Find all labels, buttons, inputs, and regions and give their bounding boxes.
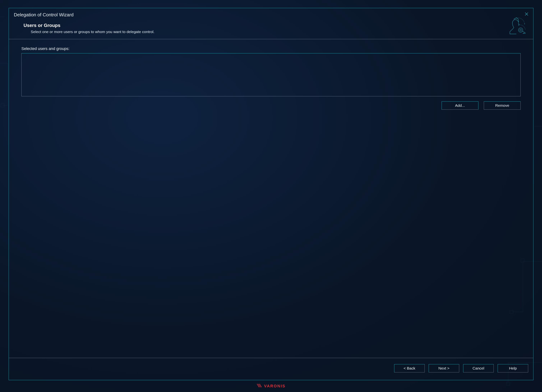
cancel-button[interactable]: Cancel xyxy=(463,364,494,372)
user-key-icon xyxy=(507,16,528,36)
list-action-row: Add... Remove xyxy=(21,101,521,110)
svg-point-6 xyxy=(519,28,523,32)
wizard-header: Delegation of Control Wizard Users or Gr… xyxy=(9,8,533,39)
wizard-body: Selected users and groups: Add... Remove xyxy=(9,39,533,358)
back-button[interactable]: < Back xyxy=(394,364,425,372)
svg-point-10 xyxy=(519,24,519,25)
delegation-wizard-window: Delegation of Control Wizard Users or Gr… xyxy=(9,8,533,380)
svg-point-8 xyxy=(516,17,516,18)
selected-list-label: Selected users and groups: xyxy=(21,46,521,51)
add-button[interactable]: Add... xyxy=(442,101,478,110)
svg-point-7 xyxy=(520,29,521,31)
wizard-title: Delegation of Control Wizard xyxy=(14,12,528,18)
step-description: Select one or more users or groups to wh… xyxy=(23,30,528,34)
varonis-brand: VARONIS xyxy=(256,383,286,389)
help-button[interactable]: Help xyxy=(498,364,528,372)
remove-button[interactable]: Remove xyxy=(484,101,521,110)
svg-point-9 xyxy=(524,24,525,24)
step-title: Users or Groups xyxy=(23,23,528,28)
varonis-brand-text: VARONIS xyxy=(264,384,286,388)
close-button[interactable] xyxy=(525,12,529,16)
selected-users-groups-listbox[interactable] xyxy=(21,53,521,96)
next-button[interactable]: Next > xyxy=(429,364,459,372)
wizard-footer: < Back Next > Cancel Help xyxy=(9,358,533,380)
varonis-logo-icon xyxy=(256,383,263,389)
